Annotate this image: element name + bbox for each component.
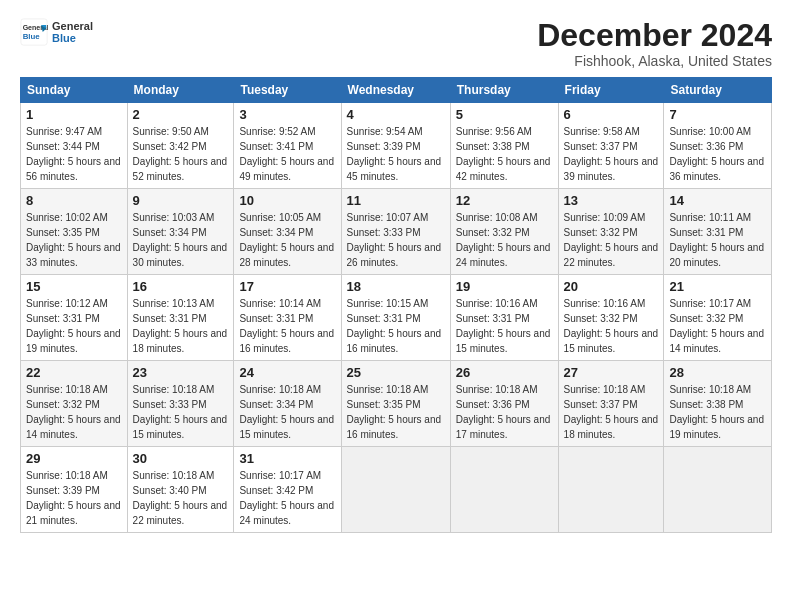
table-row: 5 Sunrise: 9:56 AMSunset: 3:38 PMDayligh… xyxy=(450,103,558,189)
day-number: 1 xyxy=(26,107,122,122)
day-info: Sunrise: 10:07 AMSunset: 3:33 PMDaylight… xyxy=(347,210,445,270)
col-sunday: Sunday xyxy=(21,78,128,103)
day-number: 2 xyxy=(133,107,229,122)
table-row: 2 Sunrise: 9:50 AMSunset: 3:42 PMDayligh… xyxy=(127,103,234,189)
day-number: 21 xyxy=(669,279,766,294)
table-row: 25 Sunrise: 10:18 AMSunset: 3:35 PMDayli… xyxy=(341,361,450,447)
day-number: 12 xyxy=(456,193,553,208)
day-number: 3 xyxy=(239,107,335,122)
day-info: Sunrise: 9:56 AMSunset: 3:38 PMDaylight:… xyxy=(456,124,553,184)
calendar-week-row: 1 Sunrise: 9:47 AMSunset: 3:44 PMDayligh… xyxy=(21,103,772,189)
col-monday: Monday xyxy=(127,78,234,103)
day-number: 23 xyxy=(133,365,229,380)
table-row: 7 Sunrise: 10:00 AMSunset: 3:36 PMDaylig… xyxy=(664,103,772,189)
table-row xyxy=(450,447,558,533)
day-number: 11 xyxy=(347,193,445,208)
table-row: 10 Sunrise: 10:05 AMSunset: 3:34 PMDayli… xyxy=(234,189,341,275)
table-row: 31 Sunrise: 10:17 AMSunset: 3:42 PMDayli… xyxy=(234,447,341,533)
table-row: 1 Sunrise: 9:47 AMSunset: 3:44 PMDayligh… xyxy=(21,103,128,189)
day-info: Sunrise: 10:16 AMSunset: 3:32 PMDaylight… xyxy=(564,296,659,356)
location: Fishhook, Alaska, United States xyxy=(537,53,772,69)
day-number: 9 xyxy=(133,193,229,208)
calendar-week-row: 8 Sunrise: 10:02 AMSunset: 3:35 PMDaylig… xyxy=(21,189,772,275)
table-row: 17 Sunrise: 10:14 AMSunset: 3:31 PMDayli… xyxy=(234,275,341,361)
table-row: 15 Sunrise: 10:12 AMSunset: 3:31 PMDayli… xyxy=(21,275,128,361)
day-info: Sunrise: 9:58 AMSunset: 3:37 PMDaylight:… xyxy=(564,124,659,184)
svg-text:Blue: Blue xyxy=(23,32,41,41)
table-row: 29 Sunrise: 10:18 AMSunset: 3:39 PMDayli… xyxy=(21,447,128,533)
day-info: Sunrise: 10:17 AMSunset: 3:32 PMDaylight… xyxy=(669,296,766,356)
table-row: 20 Sunrise: 10:16 AMSunset: 3:32 PMDayli… xyxy=(558,275,664,361)
table-row xyxy=(341,447,450,533)
day-info: Sunrise: 10:18 AMSunset: 3:38 PMDaylight… xyxy=(669,382,766,442)
col-wednesday: Wednesday xyxy=(341,78,450,103)
table-row: 19 Sunrise: 10:16 AMSunset: 3:31 PMDayli… xyxy=(450,275,558,361)
day-info: Sunrise: 10:15 AMSunset: 3:31 PMDaylight… xyxy=(347,296,445,356)
table-row: 18 Sunrise: 10:15 AMSunset: 3:31 PMDayli… xyxy=(341,275,450,361)
table-row: 14 Sunrise: 10:11 AMSunset: 3:31 PMDayli… xyxy=(664,189,772,275)
day-info: Sunrise: 10:02 AMSunset: 3:35 PMDaylight… xyxy=(26,210,122,270)
day-number: 25 xyxy=(347,365,445,380)
day-number: 26 xyxy=(456,365,553,380)
logo: General Blue General Blue xyxy=(20,18,93,46)
logo-general: General xyxy=(52,20,93,32)
table-row: 27 Sunrise: 10:18 AMSunset: 3:37 PMDayli… xyxy=(558,361,664,447)
logo-icon: General Blue xyxy=(20,18,48,46)
day-info: Sunrise: 9:47 AMSunset: 3:44 PMDaylight:… xyxy=(26,124,122,184)
table-row: 26 Sunrise: 10:18 AMSunset: 3:36 PMDayli… xyxy=(450,361,558,447)
day-info: Sunrise: 10:18 AMSunset: 3:34 PMDaylight… xyxy=(239,382,335,442)
table-row: 12 Sunrise: 10:08 AMSunset: 3:32 PMDayli… xyxy=(450,189,558,275)
day-number: 8 xyxy=(26,193,122,208)
table-row: 13 Sunrise: 10:09 AMSunset: 3:32 PMDayli… xyxy=(558,189,664,275)
logo-text: General Blue xyxy=(52,20,93,44)
table-row: 21 Sunrise: 10:17 AMSunset: 3:32 PMDayli… xyxy=(664,275,772,361)
day-info: Sunrise: 10:18 AMSunset: 3:35 PMDaylight… xyxy=(347,382,445,442)
calendar-week-row: 29 Sunrise: 10:18 AMSunset: 3:39 PMDayli… xyxy=(21,447,772,533)
day-info: Sunrise: 10:00 AMSunset: 3:36 PMDaylight… xyxy=(669,124,766,184)
day-number: 16 xyxy=(133,279,229,294)
table-row: 24 Sunrise: 10:18 AMSunset: 3:34 PMDayli… xyxy=(234,361,341,447)
day-info: Sunrise: 10:18 AMSunset: 3:39 PMDaylight… xyxy=(26,468,122,528)
day-number: 4 xyxy=(347,107,445,122)
day-number: 22 xyxy=(26,365,122,380)
day-info: Sunrise: 10:05 AMSunset: 3:34 PMDaylight… xyxy=(239,210,335,270)
header: General Blue General Blue December 2024 … xyxy=(20,18,772,69)
day-info: Sunrise: 9:52 AMSunset: 3:41 PMDaylight:… xyxy=(239,124,335,184)
day-info: Sunrise: 10:17 AMSunset: 3:42 PMDaylight… xyxy=(239,468,335,528)
day-number: 15 xyxy=(26,279,122,294)
day-info: Sunrise: 10:03 AMSunset: 3:34 PMDaylight… xyxy=(133,210,229,270)
day-number: 14 xyxy=(669,193,766,208)
day-info: Sunrise: 10:18 AMSunset: 3:40 PMDaylight… xyxy=(133,468,229,528)
table-row: 22 Sunrise: 10:18 AMSunset: 3:32 PMDayli… xyxy=(21,361,128,447)
day-number: 30 xyxy=(133,451,229,466)
day-info: Sunrise: 10:09 AMSunset: 3:32 PMDaylight… xyxy=(564,210,659,270)
day-info: Sunrise: 9:54 AMSunset: 3:39 PMDaylight:… xyxy=(347,124,445,184)
table-row: 30 Sunrise: 10:18 AMSunset: 3:40 PMDayli… xyxy=(127,447,234,533)
calendar-week-row: 15 Sunrise: 10:12 AMSunset: 3:31 PMDayli… xyxy=(21,275,772,361)
day-info: Sunrise: 10:12 AMSunset: 3:31 PMDaylight… xyxy=(26,296,122,356)
title-block: December 2024 Fishhook, Alaska, United S… xyxy=(537,18,772,69)
day-info: Sunrise: 10:18 AMSunset: 3:36 PMDaylight… xyxy=(456,382,553,442)
day-number: 24 xyxy=(239,365,335,380)
day-info: Sunrise: 10:08 AMSunset: 3:32 PMDaylight… xyxy=(456,210,553,270)
day-info: Sunrise: 10:18 AMSunset: 3:37 PMDaylight… xyxy=(564,382,659,442)
calendar-table: Sunday Monday Tuesday Wednesday Thursday… xyxy=(20,77,772,533)
table-row: 3 Sunrise: 9:52 AMSunset: 3:41 PMDayligh… xyxy=(234,103,341,189)
day-number: 31 xyxy=(239,451,335,466)
day-number: 29 xyxy=(26,451,122,466)
calendar-week-row: 22 Sunrise: 10:18 AMSunset: 3:32 PMDayli… xyxy=(21,361,772,447)
day-info: Sunrise: 10:11 AMSunset: 3:31 PMDaylight… xyxy=(669,210,766,270)
day-info: Sunrise: 10:16 AMSunset: 3:31 PMDaylight… xyxy=(456,296,553,356)
table-row: 6 Sunrise: 9:58 AMSunset: 3:37 PMDayligh… xyxy=(558,103,664,189)
day-number: 18 xyxy=(347,279,445,294)
page: General Blue General Blue December 2024 … xyxy=(0,0,792,612)
table-row xyxy=(558,447,664,533)
day-number: 7 xyxy=(669,107,766,122)
day-number: 17 xyxy=(239,279,335,294)
table-row: 4 Sunrise: 9:54 AMSunset: 3:39 PMDayligh… xyxy=(341,103,450,189)
table-row: 8 Sunrise: 10:02 AMSunset: 3:35 PMDaylig… xyxy=(21,189,128,275)
table-row: 16 Sunrise: 10:13 AMSunset: 3:31 PMDayli… xyxy=(127,275,234,361)
table-row: 23 Sunrise: 10:18 AMSunset: 3:33 PMDayli… xyxy=(127,361,234,447)
day-info: Sunrise: 10:18 AMSunset: 3:33 PMDaylight… xyxy=(133,382,229,442)
col-tuesday: Tuesday xyxy=(234,78,341,103)
